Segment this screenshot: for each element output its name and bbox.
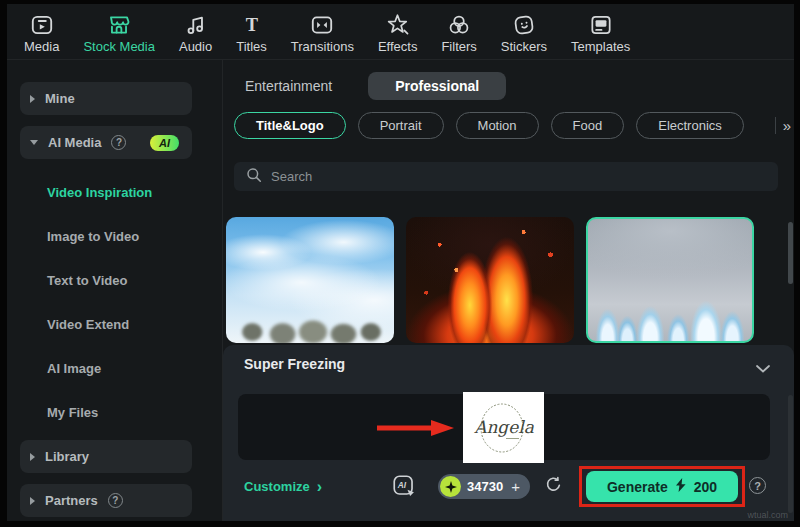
collapse-chevron-icon[interactable] xyxy=(756,359,770,377)
toolbar-label: Filters xyxy=(441,39,476,54)
chevron-right-icon xyxy=(30,497,35,505)
credits-value: 34730 xyxy=(467,479,503,494)
top-toolbar: Media Stock Media Audio T Titles xyxy=(7,4,794,60)
sidebar-item-my-files[interactable]: My Files xyxy=(20,390,208,434)
search-input[interactable] xyxy=(271,169,766,184)
chip-motion[interactable]: Motion xyxy=(456,112,539,139)
chevron-down-icon xyxy=(30,140,38,145)
chip-electronics[interactable]: Electronics xyxy=(636,112,744,139)
thumbnail-sky-title[interactable] xyxy=(226,217,394,343)
sidebar-item-video-extend[interactable]: Video Extend xyxy=(20,302,208,346)
sidebar-item-library[interactable]: Library xyxy=(20,440,192,473)
customize-label: Customize xyxy=(244,479,310,494)
annotation-arrow xyxy=(375,419,455,441)
sidebar-item-ai-image[interactable]: AI Image xyxy=(20,346,208,390)
sidebar-item-video-inspiration[interactable]: Video Inspiration xyxy=(20,170,208,214)
filmora-stock-media-panel: Media Stock Media Audio T Titles xyxy=(7,4,794,521)
toolbar-label: Stock Media xyxy=(83,39,155,54)
chip-title-logo[interactable]: Title&Logo xyxy=(234,112,346,139)
sidebar-item-label: Mine xyxy=(45,91,75,106)
toolbar-item-effects[interactable]: Effects xyxy=(378,11,418,54)
sidebar-item-partners[interactable]: Partners ? xyxy=(20,484,192,517)
customize-link[interactable]: Customize › xyxy=(244,479,322,494)
chip-portrait[interactable]: Portrait xyxy=(358,112,444,139)
scrollbar-thumb[interactable] xyxy=(788,222,793,284)
generate-button[interactable]: Generate 200 xyxy=(586,471,738,502)
filter-chip-row: Title&Logo Portrait Motion Food Electron… xyxy=(234,112,764,139)
toolbar-label: Transitions xyxy=(291,39,354,54)
help-icon[interactable]: ? xyxy=(749,477,766,494)
svg-text:T: T xyxy=(245,14,257,34)
toolbar-label: Templates xyxy=(571,39,630,54)
divider xyxy=(775,117,776,134)
search-bar xyxy=(234,162,778,191)
toolbar-item-audio[interactable]: Audio xyxy=(179,11,212,54)
watermark-text: wtual.com xyxy=(747,510,788,520)
generate-label: Generate xyxy=(607,479,668,495)
search-icon xyxy=(246,167,262,187)
annotation-highlight-box: Generate 200 xyxy=(579,466,745,507)
toolbar-item-filters[interactable]: Filters xyxy=(441,11,476,54)
logo-script-text: Angela xyxy=(473,417,535,437)
category-tabs: Entertainment Professional xyxy=(245,72,506,100)
toolbar-label: Stickers xyxy=(501,39,547,54)
toolbar-label: Audio xyxy=(179,39,212,54)
chevron-right-icon xyxy=(30,453,35,461)
refresh-icon[interactable] xyxy=(545,476,562,497)
add-credits-button[interactable]: + xyxy=(511,478,520,495)
toolbar-label: Effects xyxy=(378,39,418,54)
sidebar-item-label: AI Media xyxy=(48,135,101,150)
app-window: Media Stock Media Audio T Titles xyxy=(0,0,800,527)
sidebar-item-text-to-video[interactable]: Text to Video xyxy=(20,258,208,302)
toolbar-item-templates[interactable]: Templates xyxy=(571,11,630,54)
help-icon[interactable]: ? xyxy=(111,135,126,150)
svg-text:AI: AI xyxy=(397,480,407,490)
filters-circles-icon xyxy=(446,11,472,38)
toolbar-item-media[interactable]: Media xyxy=(24,11,59,54)
chevron-right-icon: › xyxy=(317,480,322,493)
templates-icon xyxy=(588,11,614,38)
toolbar-item-transitions[interactable]: Transitions xyxy=(291,11,354,54)
sidebar-item-mine[interactable]: Mine xyxy=(20,82,192,115)
toolbar-item-stock-media[interactable]: Stock Media xyxy=(83,11,155,54)
main-content: Entertainment Professional Title&Logo Po… xyxy=(223,60,794,521)
result-thumbnails xyxy=(226,217,754,343)
transitions-icon xyxy=(309,11,335,38)
panel-title: Super Freezing xyxy=(244,356,345,372)
sidebar-item-label: Partners xyxy=(45,493,98,508)
generate-cost: 200 xyxy=(694,479,717,495)
star-wand-icon xyxy=(385,11,411,38)
panel-scrollbar-track[interactable] xyxy=(788,395,793,513)
ai-badge: AI xyxy=(150,135,179,151)
sidebar-item-label: Library xyxy=(45,449,89,464)
storefront-icon xyxy=(106,11,132,38)
tab-entertainment[interactable]: Entertainment xyxy=(245,78,332,94)
media-icon xyxy=(29,11,55,38)
thumbnail-ice-title-selected[interactable] xyxy=(586,217,754,343)
music-note-icon xyxy=(183,11,209,38)
letter-t-icon: T xyxy=(239,11,265,38)
help-icon[interactable]: ? xyxy=(108,493,123,508)
toolbar-item-titles[interactable]: T Titles xyxy=(236,11,267,54)
ai-pen-tool-icon[interactable]: AI xyxy=(393,475,416,502)
credits-balance[interactable]: 34730 + xyxy=(438,474,530,499)
sidebar: Mine AI Media ? AI Video Inspiration Ima… xyxy=(7,60,223,521)
uploaded-logo-image[interactable]: Angela xyxy=(463,392,544,463)
lightning-icon xyxy=(675,478,687,495)
sidebar-item-ai-media[interactable]: AI Media ? AI xyxy=(20,126,192,159)
thumbnail-fire-title[interactable] xyxy=(406,217,574,343)
sidebar-item-image-to-video[interactable]: Image to Video xyxy=(20,214,208,258)
toolbar-label: Media xyxy=(24,39,59,54)
tab-professional[interactable]: Professional xyxy=(368,72,506,100)
chip-food[interactable]: Food xyxy=(551,112,625,139)
toolbar-item-stickers[interactable]: Stickers xyxy=(501,11,547,54)
toolbar-label: Titles xyxy=(236,39,267,54)
sticker-smiley-icon xyxy=(511,11,537,38)
chips-overflow: » xyxy=(775,112,791,139)
chevron-right-icon xyxy=(30,95,35,103)
ai-media-subnav: Video Inspiration Image to Video Text to… xyxy=(20,170,208,434)
more-categories-icon[interactable]: » xyxy=(783,117,791,134)
generator-panel: Super Freezing Angela Customize xyxy=(223,345,794,521)
credits-coin-icon xyxy=(440,476,461,497)
